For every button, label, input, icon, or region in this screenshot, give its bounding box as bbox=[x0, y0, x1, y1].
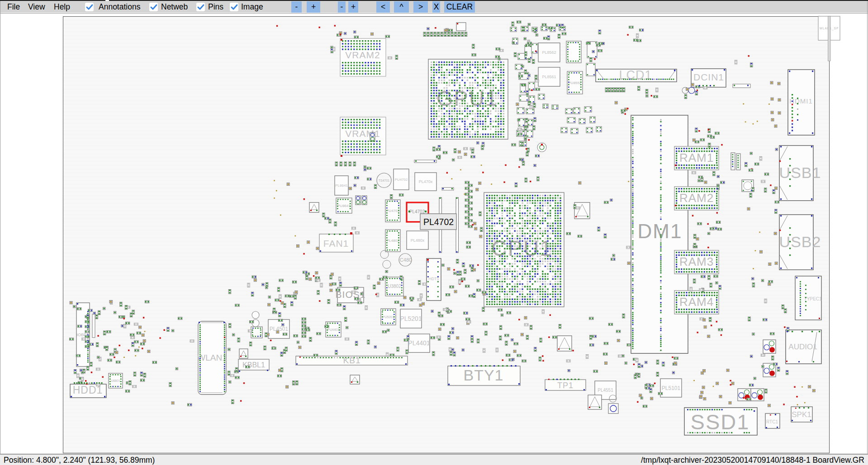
svg-text:PL4551: PL4551 bbox=[598, 388, 613, 393]
svg-text:SPK1: SPK1 bbox=[792, 410, 811, 419]
svg-text:PU4403: PU4403 bbox=[327, 328, 339, 331]
svg-text:PU4703: PU4703 bbox=[386, 209, 399, 213]
svg-text:RAM3: RAM3 bbox=[679, 255, 714, 268]
svg-text:PL8561: PL8561 bbox=[542, 75, 556, 79]
svg-text:RAM1: RAM1 bbox=[679, 151, 714, 164]
svg-text:USB1: USB1 bbox=[779, 164, 821, 181]
svg-text:PU8552: PU8552 bbox=[569, 81, 582, 85]
svg-text:PU5201: PU5201 bbox=[383, 315, 394, 319]
svg-text:RTC1: RTC1 bbox=[766, 419, 778, 424]
svg-text:U6801: U6801 bbox=[111, 379, 120, 382]
svg-text:U3802: U3802 bbox=[388, 284, 401, 289]
svg-text:VRAM2: VRAM2 bbox=[345, 50, 380, 60]
svg-text:PL5101: PL5101 bbox=[662, 385, 681, 391]
svg-text:PL8562: PL8562 bbox=[542, 50, 556, 55]
svg-text:C480: C480 bbox=[400, 257, 412, 263]
svg-text:RAM2: RAM2 bbox=[679, 191, 714, 205]
svg-text:PL4401: PL4401 bbox=[408, 339, 430, 347]
svg-text:USB2: USB2 bbox=[779, 233, 821, 250]
svg-text:PL470x: PL470x bbox=[419, 179, 433, 184]
svg-text:PU8641: PU8641 bbox=[337, 204, 351, 208]
svg-text:BTY1: BTY1 bbox=[463, 366, 503, 384]
svg-text:DCIN1: DCIN1 bbox=[693, 72, 724, 82]
svg-text:WLAN1: WLAN1 bbox=[197, 353, 227, 362]
svg-text:PL4801: PL4801 bbox=[387, 239, 399, 243]
svg-text:PU4702: PU4702 bbox=[395, 178, 408, 182]
svg-text:PL4702: PL4702 bbox=[423, 217, 454, 227]
svg-text:AUDIO1: AUDIO1 bbox=[788, 343, 817, 351]
svg-text:PL480x: PL480x bbox=[411, 238, 425, 243]
svg-text:TP1: TP1 bbox=[557, 381, 574, 390]
svg-text:TS4701: TS4701 bbox=[379, 179, 390, 182]
svg-text:TYPEC1: TYPEC1 bbox=[804, 296, 822, 301]
svg-text:SSD1: SSD1 bbox=[691, 410, 750, 434]
svg-text:RAM4: RAM4 bbox=[679, 295, 714, 309]
svg-text:FAN1: FAN1 bbox=[323, 238, 349, 249]
svg-text:DM1: DM1 bbox=[638, 220, 683, 242]
svg-text:PL5201: PL5201 bbox=[400, 315, 422, 322]
svg-text:PL8641: PL8641 bbox=[335, 183, 348, 188]
